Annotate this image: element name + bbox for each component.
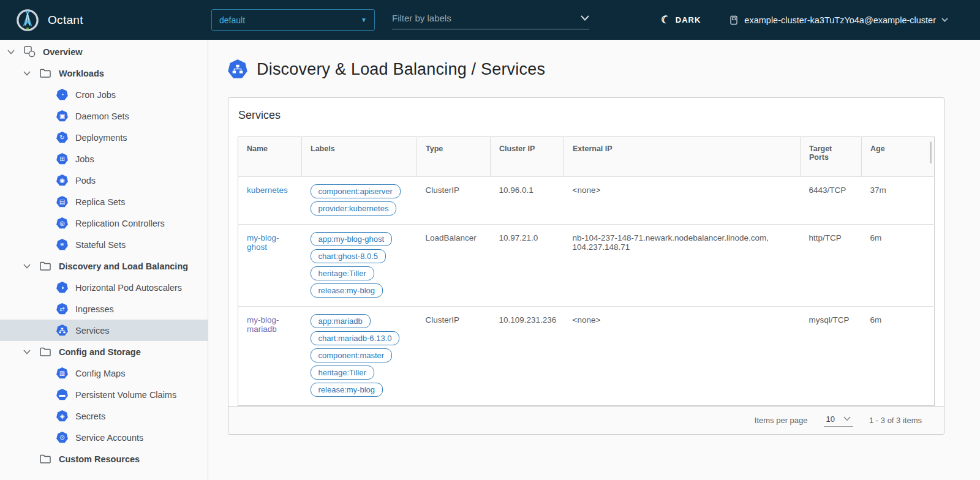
deployments-icon: ↻ xyxy=(56,132,68,143)
sidebar-item-label: Replica Sets xyxy=(75,197,125,207)
app-header: Octant default ▼ Filter by labels ☾ DARK… xyxy=(0,0,980,40)
column-header-name: Name xyxy=(238,137,302,177)
table-row: my-blog-mariadb app:mariadb chart:mariad… xyxy=(238,307,935,406)
sidebar-item-label: Config Maps xyxy=(75,369,125,378)
sidebar-item-persistent-volume-claims[interactable]: ▬ Persistent Volume Claims xyxy=(0,384,208,405)
sidebar-item-deployments[interactable]: ↻ Deployments xyxy=(0,127,208,148)
namespace-select[interactable]: default ▼ xyxy=(211,9,375,31)
chevron-down-icon[interactable] xyxy=(22,69,32,78)
theme-toggle-label: DARK xyxy=(676,15,701,24)
label-pill[interactable]: heritage:Tiller xyxy=(311,366,374,380)
chevron-down-icon[interactable] xyxy=(22,261,32,271)
cluster-context-label: example-cluster-ka3TuTzYo4a@example-clus… xyxy=(744,15,936,25)
folder-icon xyxy=(39,453,51,465)
sidebar-item-overview[interactable]: Overview xyxy=(0,41,208,62)
external-ip-cell: <none> xyxy=(564,177,801,225)
external-ip-cell: nb-104-237-148-71.newark.nodebalancer.li… xyxy=(564,225,801,307)
cluster-ip-cell: 10.109.231.236 xyxy=(491,307,564,406)
label-pill[interactable]: chart:ghost-8.0.5 xyxy=(311,249,386,263)
sidebar-item-label: Custom Resources xyxy=(59,454,140,464)
chevron-down-icon xyxy=(843,416,851,421)
items-per-page-select[interactable]: 10 xyxy=(824,414,853,427)
label-pill[interactable]: component:master xyxy=(311,348,393,362)
items-per-page-value: 10 xyxy=(826,414,835,424)
chevron-down-icon[interactable] xyxy=(6,47,16,57)
cron-jobs-icon: ◔ xyxy=(56,89,68,100)
sidebar-item-pods[interactable]: ◉ Pods xyxy=(0,170,208,191)
sidebar-item-label: Secrets xyxy=(75,411,105,421)
sidebar-item-ingresses[interactable]: ⇄ Ingresses xyxy=(0,298,208,320)
daemon-sets-icon: ▣ xyxy=(56,110,68,122)
service-link[interactable]: kubernetes xyxy=(247,186,288,195)
sidebar-item-config-maps[interactable]: ▥ Config Maps xyxy=(0,362,208,384)
label-pill[interactable]: app:my-blog-ghost xyxy=(311,232,393,246)
namespace-value: default xyxy=(219,15,361,25)
moon-icon: ☾ xyxy=(659,12,672,27)
label-pill[interactable]: component:apiserver xyxy=(311,184,401,198)
sidebar-item-horizontal-pod-autoscalers[interactable]: ◑ Horizontal Pod Autoscalers xyxy=(0,277,208,298)
persistent-volume-claims-icon: ▬ xyxy=(56,389,68,400)
theme-toggle-button[interactable]: ☾ DARK xyxy=(661,13,701,26)
column-header-age: Age xyxy=(862,137,935,177)
items-per-page-label: Items per page xyxy=(755,416,808,425)
sidebar-nav: Overview Workloads ◔ Cron Jobs ▣ Daemon … xyxy=(0,40,208,480)
service-link[interactable]: my-blog-mariadb xyxy=(247,315,279,334)
sidebar-item-config-and-storage[interactable]: Config and Storage xyxy=(0,341,208,362)
sidebar-item-label: Service Accounts xyxy=(75,433,143,443)
sidebar-item-label: Config and Storage xyxy=(59,347,141,357)
label-pill[interactable]: app:mariadb xyxy=(311,314,371,328)
service-link[interactable]: my-blog-ghost xyxy=(247,233,279,252)
age-cell: 6m xyxy=(862,225,935,307)
sidebar-item-label: Ingresses xyxy=(75,304,114,314)
folder-icon xyxy=(39,67,51,80)
table-row: kubernetes component:apiserver provider:… xyxy=(238,177,935,225)
column-header-cluster-ip: Cluster IP xyxy=(491,137,564,177)
jobs-icon: ⊞ xyxy=(56,153,68,165)
type-cell: ClusterIP xyxy=(417,307,491,406)
replica-sets-icon: ▤ xyxy=(56,196,68,208)
services-icon xyxy=(56,324,68,336)
sidebar-item-cron-jobs[interactable]: ◔ Cron Jobs xyxy=(0,84,208,105)
brand: Octant xyxy=(0,9,211,32)
label-pill[interactable]: provider:kubernetes xyxy=(311,201,397,216)
sidebar-item-label: Stateful Sets xyxy=(75,240,126,250)
chevron-down-icon[interactable] xyxy=(22,347,32,357)
caret-down-icon: ▼ xyxy=(361,17,367,23)
sidebar-item-secrets[interactable]: ◈ Secrets xyxy=(0,405,208,427)
label-filter-input[interactable]: Filter by labels xyxy=(392,11,589,29)
sidebar-item-label: Replication Controllers xyxy=(75,219,165,228)
app-title: Octant xyxy=(48,13,83,27)
chevron-spacer xyxy=(22,454,32,464)
sidebar-item-daemon-sets[interactable]: ▣ Daemon Sets xyxy=(0,105,208,127)
sidebar-item-discovery-and-load-balancing[interactable]: Discovery and Load Balancing xyxy=(0,255,208,277)
age-cell: 37m xyxy=(862,177,935,225)
sidebar-item-replication-controllers[interactable]: ◎ Replication Controllers xyxy=(0,212,208,234)
label-pill[interactable]: release:my-blog xyxy=(311,283,383,298)
chevron-down-icon xyxy=(581,15,589,21)
table-row: my-blog-ghost app:my-blog-ghost chart:gh… xyxy=(238,225,935,307)
secrets-icon: ◈ xyxy=(56,410,68,422)
octant-logo xyxy=(16,9,39,32)
sidebar-item-replica-sets[interactable]: ▤ Replica Sets xyxy=(0,191,208,212)
sidebar-item-jobs[interactable]: ⊞ Jobs xyxy=(0,148,208,170)
label-pill[interactable]: heritage:Tiller xyxy=(311,266,374,280)
sidebar-item-label: Services xyxy=(75,326,110,336)
sidebar-item-custom-resources[interactable]: Custom Resources xyxy=(0,448,208,470)
target-ports-cell: mysql/TCP xyxy=(801,307,862,406)
sidebar-item-services[interactable]: Services xyxy=(0,320,208,341)
label-pill[interactable]: chart:mariadb-6.13.0 xyxy=(311,331,400,345)
column-header-target-ports: Target Ports xyxy=(801,137,862,177)
main-content: Discovery & Load Balancing / Services Se… xyxy=(208,40,980,480)
sidebar-item-service-accounts[interactable]: ⊙ Service Accounts xyxy=(0,427,208,448)
card-title: Services xyxy=(228,98,944,132)
label-pill[interactable]: release:my-blog xyxy=(311,383,383,397)
sidebar-item-label: Workloads xyxy=(59,69,104,78)
cluster-context-menu[interactable]: example-cluster-ka3TuTzYo4a@example-clus… xyxy=(729,15,948,25)
age-cell: 6m xyxy=(862,307,935,406)
table-header-row: Name Labels Type Cluster IP External IP … xyxy=(238,137,935,177)
sidebar-item-workloads[interactable]: Workloads xyxy=(0,62,208,84)
folder-icon xyxy=(39,260,51,272)
table-scrollbar-thumb[interactable] xyxy=(930,141,932,163)
stateful-sets-icon: ≡ xyxy=(56,239,68,250)
sidebar-item-stateful-sets[interactable]: ≡ Stateful Sets xyxy=(0,234,208,255)
